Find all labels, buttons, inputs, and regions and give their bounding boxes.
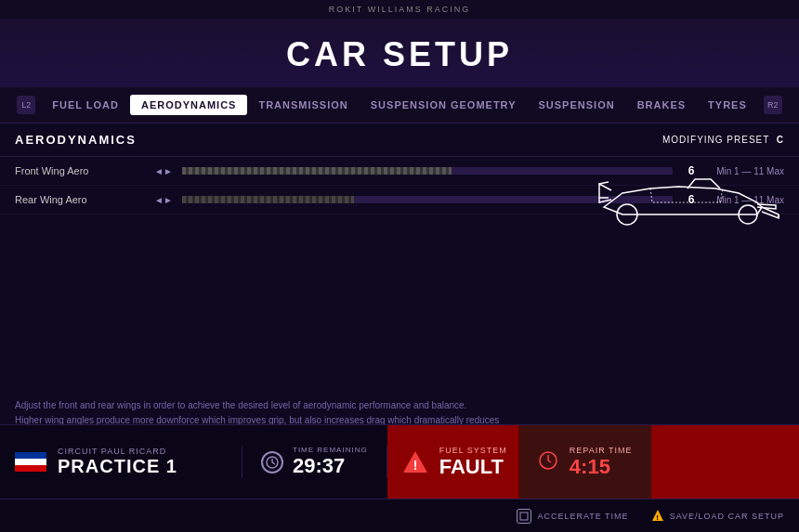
flag-france (15, 452, 46, 473)
svg-line-1 (599, 182, 609, 184)
circuit-info: CIRCUIT PAUL RICARD PRACTICE 1 (58, 447, 177, 477)
circuit-name: CIRCUIT PAUL RICARD (58, 447, 177, 456)
preset-label: MODIFYING PRESET C (662, 135, 784, 145)
save-load-label: SAVE/LOAD CAR SETUP (670, 512, 784, 521)
svg-text:!: ! (656, 513, 660, 522)
status-timer: TIME REMAINING 29:37 (242, 446, 387, 478)
time-info: TIME REMAINING 29:37 (293, 446, 368, 478)
flag-blue (15, 452, 46, 459)
front-wing-arrows[interactable]: ◄► (154, 166, 173, 176)
timer-icon (261, 451, 283, 474)
fault-label: FUEL SYSTEM (439, 446, 507, 455)
tab-brakes[interactable]: BRAKES (626, 95, 697, 115)
repair-label: REPAIR TIME (570, 446, 633, 455)
svg-rect-13 (520, 513, 528, 520)
content-wrapper: AERODYNAMICS MODIFYING PRESET C Front Wi… (0, 123, 799, 467)
content-area: AERODYNAMICS MODIFYING PRESET C Front Wi… (0, 123, 799, 467)
tab-aerodynamics[interactable]: AERODYNAMICS (130, 95, 247, 115)
nav-tabs: L2 FUEL LOAD AERODYNAMICS TRANSMISSION S… (0, 87, 799, 123)
action-bar: ACCELERATE TIME ! SAVE/LOAD CAR SETUP (0, 499, 799, 532)
tab-fuel-load[interactable]: FUEL LOAD (41, 95, 130, 115)
front-wing-label: Front Wing Aero (15, 165, 145, 176)
top-bar: ROKIT WILLIAMS RACING (0, 0, 799, 19)
section-title: AERODYNAMICS (15, 133, 137, 147)
brand-label: ROKIT WILLIAMS RACING (329, 5, 470, 14)
rear-wing-fill (182, 196, 354, 203)
save-load-action[interactable]: ! SAVE/LOAD CAR SETUP (651, 509, 784, 524)
accelerate-time-label: ACCELERATE TIME (537, 512, 628, 521)
rear-wing-arrows[interactable]: ◄► (154, 195, 173, 205)
rear-wing-label: Rear Wing Aero (15, 194, 145, 205)
description-line1: Adjust the front and rear wings in order… (15, 398, 526, 413)
repair-icon (538, 450, 558, 474)
tab-tyres[interactable]: TYRES (697, 95, 758, 115)
flag-white (15, 459, 46, 465)
repair-info: REPAIR TIME 4:15 (570, 446, 633, 479)
flag-red (15, 465, 46, 472)
svg-line-12 (548, 461, 551, 462)
save-load-icon: ! (651, 509, 664, 524)
status-fault: ! FUEL SYSTEM FAULT REPAIR TIME 4:15 (387, 425, 799, 499)
accelerate-time-icon (517, 509, 531, 524)
time-label: TIME REMAINING (293, 446, 368, 454)
session-name: PRACTICE 1 (58, 456, 177, 477)
fault-icon: ! (402, 449, 428, 475)
accelerate-time-action[interactable]: ACCELERATE TIME (517, 509, 628, 524)
repair-value: 4:15 (570, 455, 633, 479)
tab-transmission[interactable]: TRANSMISSION (247, 95, 359, 115)
page-title: CAR SETUP (0, 35, 799, 74)
status-bar: CIRCUIT PAUL RICARD PRACTICE 1 TIME REMA… (0, 424, 799, 499)
preset-value: C (777, 135, 784, 145)
nav-right-icon[interactable]: R2 (764, 96, 782, 114)
tab-suspension[interactable]: SUSPENSION (528, 95, 626, 115)
svg-line-7 (272, 462, 275, 464)
fault-value: FAULT (439, 455, 507, 479)
status-circuit: CIRCUIT PAUL RICARD PRACTICE 1 (0, 447, 242, 477)
tab-suspension-geometry[interactable]: SUSPENSION GEOMETRY (360, 95, 528, 115)
title-area: CAR SETUP (0, 19, 799, 87)
nav-left-icon[interactable]: L2 (17, 96, 35, 114)
status-repair: REPAIR TIME 4:15 (518, 425, 651, 499)
car-illustration (576, 151, 780, 263)
front-wing-fill (182, 167, 452, 175)
fault-info: FUEL SYSTEM FAULT (439, 446, 507, 479)
svg-text:!: ! (413, 458, 417, 473)
time-value: 29:37 (293, 454, 368, 478)
